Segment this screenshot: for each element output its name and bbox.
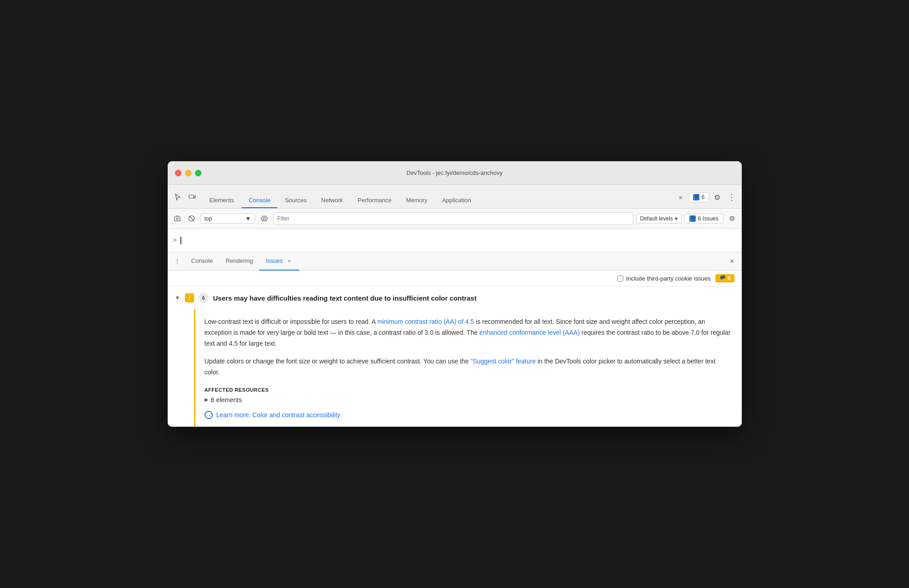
console-cursor xyxy=(180,237,181,244)
warning-flag-icon: 🏴 xyxy=(719,275,726,281)
cursor-icon[interactable] xyxy=(171,191,184,204)
block-requests-button[interactable] xyxy=(186,213,198,225)
bottom-panel-right: × xyxy=(726,256,738,267)
log-levels-button[interactable]: Default levels ▾ xyxy=(636,214,682,224)
more-options-button[interactable]: ⋮ xyxy=(725,191,738,204)
tab-sources[interactable]: Sources xyxy=(277,193,314,208)
close-issues-tab-button[interactable]: × xyxy=(286,257,293,265)
device-toolbar-icon[interactable] xyxy=(186,191,199,204)
live-expressions-button[interactable] xyxy=(258,212,271,225)
console-settings-button[interactable]: ⚙ xyxy=(726,213,738,225)
issues-panel: Include third-party cookie issues 🏴 6 ▼ … xyxy=(168,271,742,427)
affected-resources: AFFECTED RESOURCES ▶ 6 elements xyxy=(205,387,731,404)
suggest-color-link[interactable]: "Suggest color" feature xyxy=(471,358,536,365)
issue-group: ▼ ! 6 Users may have difficulties readin… xyxy=(168,286,742,427)
tab-console[interactable]: Console xyxy=(241,193,278,208)
context-arrow-icon: ▼ xyxy=(246,215,251,222)
learn-more-text: Learn more: Color and contrast accessibi… xyxy=(216,411,340,419)
issues-count-label: 6 Issues xyxy=(698,215,719,222)
affected-resources-label: AFFECTED RESOURCES xyxy=(205,387,731,393)
context-value: top xyxy=(205,215,212,222)
issues-badge-button[interactable]: 🏴 6 xyxy=(689,192,709,202)
console-input-area[interactable]: > xyxy=(168,229,742,252)
cookie-checkbox-text: Include third-party cookie issues xyxy=(626,275,711,282)
tab-bar-right: » 🏴 6 ⚙ ⋮ xyxy=(674,191,738,208)
panel-options-button[interactable]: ⋮ xyxy=(171,256,183,267)
minimize-button[interactable] xyxy=(185,170,191,176)
main-tabs: Elements Console Sources Network Perform… xyxy=(202,193,674,208)
min-contrast-link[interactable]: minimum contrast ratio (AA) of 4.5 xyxy=(377,318,474,325)
issue-count-circle: 6 xyxy=(199,293,209,303)
context-selector[interactable]: top ▼ xyxy=(200,214,255,224)
traffic-lights xyxy=(175,170,201,176)
more-tabs-button[interactable]: » xyxy=(674,191,687,204)
window-title: DevTools - jec.fyi/demo/cds-anchovy xyxy=(175,169,734,176)
tab-bar-left-icons xyxy=(171,191,199,208)
svg-rect-1 xyxy=(194,196,195,198)
tab-application[interactable]: Application xyxy=(435,193,478,208)
learn-more-link[interactable]: → Learn more: Color and contrast accessi… xyxy=(205,411,731,419)
levels-arrow-icon: ▾ xyxy=(675,215,678,222)
cookie-checkbox-input[interactable] xyxy=(617,276,623,281)
expand-arrow-icon: ▼ xyxy=(175,295,180,301)
title-bar: DevTools - jec.fyi/demo/cds-anchovy xyxy=(168,161,742,185)
elements-count: 6 elements xyxy=(211,396,242,404)
panel-tab-rendering[interactable]: Rendering xyxy=(219,252,259,271)
close-button[interactable] xyxy=(175,170,181,176)
issues-count-flag-icon: 🏴 xyxy=(689,215,696,222)
tab-network[interactable]: Network xyxy=(314,193,350,208)
learn-more-circle-icon: → xyxy=(205,411,213,419)
enhanced-conformance-link[interactable]: enhanced conformance level (AAA) xyxy=(479,329,580,336)
close-panel-button[interactable]: × xyxy=(726,256,738,267)
issues-badge-count: 6 xyxy=(702,194,705,200)
cookie-toolbar: Include third-party cookie issues 🏴 6 xyxy=(168,271,742,286)
cookie-checkbox-label[interactable]: Include third-party cookie issues xyxy=(617,275,711,282)
issue-warning-icon: ! xyxy=(185,293,194,302)
tab-performance[interactable]: Performance xyxy=(350,193,399,208)
warning-badge-count: 6 xyxy=(728,275,731,281)
settings-button[interactable]: ⚙ xyxy=(711,191,724,204)
clear-console-button[interactable] xyxy=(171,213,183,225)
issue-title: Users may have difficulties reading text… xyxy=(213,294,477,302)
bottom-panel-tabs: ⋮ Console Rendering Issues × × xyxy=(168,252,742,271)
issues-warning-badge: 🏴 6 xyxy=(715,274,734,282)
issues-count-button[interactable]: 🏴 6 Issues xyxy=(684,214,724,224)
panel-tab-issues[interactable]: Issues × xyxy=(259,252,299,271)
issue-description: Low-contrast text is difficult or imposs… xyxy=(205,317,731,349)
issue-body: Low-contrast text is difficult or imposs… xyxy=(194,309,742,426)
tab-elements[interactable]: Elements xyxy=(202,193,241,208)
elements-toggle[interactable]: ▶ 6 elements xyxy=(205,396,731,404)
filter-input[interactable] xyxy=(273,212,633,225)
console-prompt: > xyxy=(173,237,177,244)
panel-tab-console[interactable]: Console xyxy=(185,252,220,271)
console-toolbar: top ▼ Default levels ▾ 🏴 6 Issues ⚙ xyxy=(168,209,742,229)
tab-memory[interactable]: Memory xyxy=(399,193,435,208)
levels-label: Default levels xyxy=(640,215,673,222)
svg-point-4 xyxy=(263,217,265,220)
maximize-button[interactable] xyxy=(195,170,201,176)
issue-update: Update colors or change the font size or… xyxy=(205,356,731,378)
issues-flag-icon: 🏴 xyxy=(693,194,699,200)
elements-arrow-icon: ▶ xyxy=(205,397,208,403)
tab-bar: Elements Console Sources Network Perform… xyxy=(168,185,742,209)
svg-rect-0 xyxy=(189,195,194,198)
issue-header[interactable]: ▼ ! 6 Users may have difficulties readin… xyxy=(168,286,742,309)
